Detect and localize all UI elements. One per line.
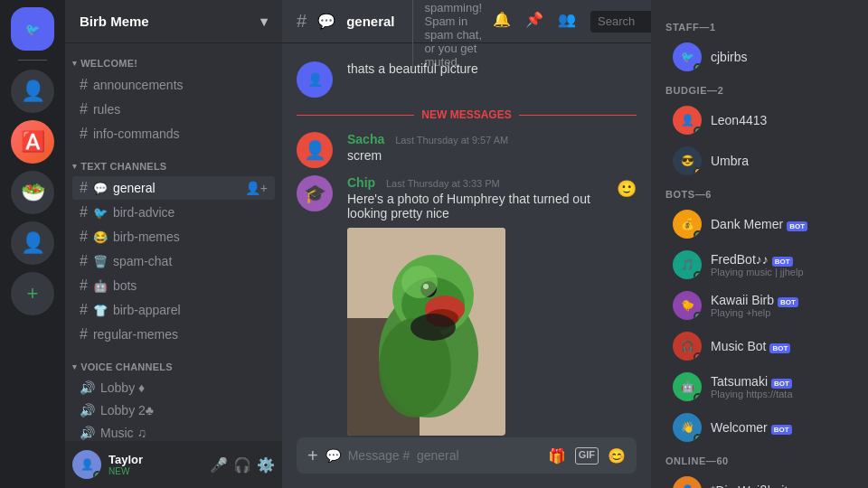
message-group: 👤 thats a beautiful picture [282, 58, 651, 101]
hash-icon: # [80, 77, 88, 93]
member-welcomer[interactable]: 👋 WelcomerBOT [658, 408, 861, 447]
volume-icon: 🔊 [80, 380, 95, 395]
member-dank-memer[interactable]: 💰 Dank MemerBOT [658, 204, 861, 244]
member-name: Leon4413 [711, 113, 767, 127]
status-indicator [693, 393, 702, 401]
members-category-budgie: BUDGIE—2 [651, 78, 868, 99]
member-kawaii-birb[interactable]: 🐤 Kawaii BirbBOT Playing +help [658, 286, 861, 325]
server-icon-2[interactable]: 🅰️ [11, 120, 54, 164]
server-icon-1[interactable]: 👤 [11, 70, 54, 113]
member-name: TatsumakiBOT [711, 374, 793, 389]
member-tatsumaki[interactable]: 🤖 TatsumakiBOT Playing https://tata [658, 367, 861, 407]
hash-icon: # [80, 204, 88, 221]
channel-spam-chat[interactable]: # 🗑️ spam-chat [72, 249, 275, 273]
chat-input[interactable] [348, 437, 541, 474]
server-icon-3[interactable]: 🥗 [11, 171, 54, 214]
divider-line [519, 115, 637, 116]
member-name: *Die Weißheit [711, 483, 788, 488]
gif-icon[interactable]: GIF [575, 447, 599, 465]
message-content: Sacha Last Thursday at 9:57 AM screm [347, 132, 637, 168]
mic-icon[interactable]: 🎤 [210, 456, 228, 474]
member-name: WelcomerBOT [711, 420, 792, 435]
channel-bots[interactable]: # 🤖 bots [72, 274, 275, 297]
chat-image [347, 228, 505, 436]
member-name: Kawaii BirbBOT [711, 293, 798, 307]
add-user-icon[interactable]: 👤+ [245, 181, 268, 195]
add-file-icon[interactable]: + [307, 446, 318, 466]
server-icon-add[interactable]: + [11, 272, 54, 315]
message-author: Sacha [347, 132, 384, 146]
user-info: Taylor NEW [108, 453, 203, 476]
channel-bird-advice[interactable]: # 🐦 bird-advice [72, 201, 275, 224]
avatar: 🤖 [673, 372, 702, 401]
member-name: cjbirbs [711, 50, 747, 64]
avatar: 🐦 [673, 42, 702, 71]
voice-lobby-2[interactable]: 🔊 Lobby 2♣ [72, 399, 275, 421]
avatar: 👤 [297, 132, 333, 168]
channel-name: general [346, 14, 394, 29]
new-badge: 9 [96, 450, 101, 456]
member-cjbirbs[interactable]: 🐦 cjbirbs [658, 37, 861, 77]
member-die-weissheit[interactable]: 👤 *Die Weißheit [658, 471, 861, 488]
hash-icon: # [80, 101, 88, 117]
members-category-staff: STAFF—1 [651, 14, 868, 36]
members-sidebar: STAFF—1 🐦 cjbirbs BUDGIE—2 👤 Leon4413 😎 … [651, 0, 868, 488]
category-welcome[interactable]: ▾ WELCOME! [65, 43, 282, 72]
new-messages-label: NEW MESSAGES [421, 108, 511, 121]
main-chat: # 💬 general Be nice! No spamming! Spam i… [282, 0, 651, 488]
server-name: Birb Meme [80, 14, 149, 29]
notification-bell-icon[interactable]: 🔔 [493, 11, 511, 33]
server-icon-birb-meme[interactable]: 🐦 [11, 7, 54, 51]
channel-regular-memes[interactable]: # regular-memes [72, 323, 275, 346]
member-music-bot[interactable]: 🎧 Music BotBOT [658, 326, 861, 366]
volume-icon: 🔊 [80, 426, 95, 440]
channel-rules[interactable]: # rules [72, 98, 275, 121]
member-fredbot[interactable]: 🎵 FredBot♪♪BOT Playing music | jjhelp [658, 245, 861, 285]
avatar: 💰 [673, 210, 702, 239]
voice-music[interactable]: 🔊 Music ♫ [72, 422, 275, 441]
chevron-icon: ▾ [72, 362, 77, 371]
chat-input-area: + 💬 🎁 GIF 😊 [282, 437, 651, 488]
emoji-reaction-icon[interactable]: 🙂 [617, 179, 637, 199]
chevron-icon: ▾ [72, 59, 77, 68]
avatar: 🎓 [297, 175, 333, 211]
username: Taylor [108, 453, 203, 466]
settings-icon[interactable]: ⚙️ [257, 456, 275, 474]
status-indicator [693, 312, 702, 320]
channel-general[interactable]: # 💬 general 👤+ [72, 176, 275, 200]
channel-info-commands[interactable]: # info-commands [72, 122, 275, 145]
channel-birb-apparel[interactable]: # 👕 birb-apparel [72, 298, 275, 322]
member-leon4413[interactable]: 👤 Leon4413 [658, 100, 861, 140]
gift-icon[interactable]: 🎁 [548, 447, 566, 465]
channel-announcements[interactable]: # announcements [72, 73, 275, 97]
category-voice[interactable]: ▾ VOICE CHANNELS [65, 347, 282, 376]
server-icon-4[interactable]: 👤 [11, 221, 54, 265]
member-sub: Playing https://tata [711, 389, 793, 399]
message-group: 👤 Sacha Last Thursday at 9:57 AM screm [282, 128, 651, 172]
status-indicator [693, 230, 702, 239]
member-umbra[interactable]: 😎 Umbra [658, 141, 861, 181]
hash-icon: # [80, 302, 88, 318]
hash-icon: # [80, 253, 88, 269]
emoji-icon[interactable]: 😊 [608, 447, 626, 465]
message-content: Chip Last Thursday at 3:33 PM Here's a p… [347, 175, 602, 436]
hash-icon: # [80, 326, 88, 343]
hash-icon: # [80, 126, 88, 142]
status-indicator [693, 352, 702, 361]
hash-icon: # [80, 229, 88, 245]
headset-icon[interactable]: 🎧 [233, 456, 251, 474]
search-input[interactable] [598, 14, 651, 28]
chat-header-icons: 🔔 📌 👥 🔍 📥 ❓ [493, 11, 651, 33]
avatar: 👋 [673, 413, 702, 442]
category-text-channels[interactable]: ▾ TEXT CHANNELS [65, 146, 282, 175]
chat-input-box: + 💬 🎁 GIF 😊 [297, 437, 637, 474]
pin-icon[interactable]: 📌 [525, 11, 543, 33]
members-icon[interactable]: 👥 [558, 11, 576, 33]
voice-lobby[interactable]: 🔊 Lobby ♦ [72, 377, 275, 399]
chat-messages: 👤 thats a beautiful picture NEW MESSAGES… [282, 43, 651, 437]
avatar: 👤 [297, 61, 333, 98]
channel-birb-memes[interactable]: # 😂 birb-memes [72, 225, 275, 249]
server-header[interactable]: Birb Meme ▾ [65, 0, 282, 43]
status-indicator [693, 434, 702, 442]
search-bar[interactable]: 🔍 [590, 11, 651, 33]
